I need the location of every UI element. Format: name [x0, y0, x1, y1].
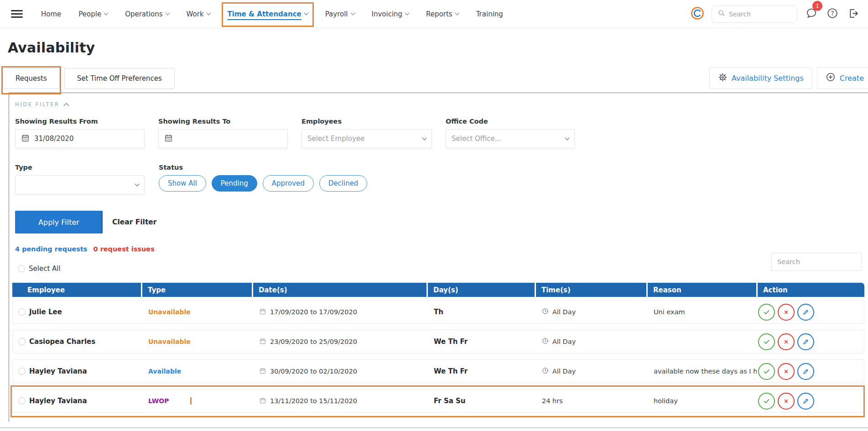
pencil-icon	[802, 367, 810, 375]
approve-button[interactable]	[758, 304, 775, 321]
status-label: Status	[159, 164, 367, 171]
status-pill-show-all[interactable]: Show All	[159, 175, 206, 192]
nav-item-payroll[interactable]: Payroll	[325, 10, 354, 18]
nav-item-operations[interactable]: Operations	[125, 10, 169, 18]
nav-item-reports[interactable]: Reports	[426, 10, 459, 18]
x-icon	[782, 368, 790, 375]
gear-icon	[718, 73, 728, 84]
to-date-field[interactable]	[158, 129, 288, 148]
office-code-label: Office Code	[446, 118, 575, 125]
tab-set-time-off-preferences[interactable]: Set Time Off Preferences	[64, 68, 175, 89]
employee-name: Hayley Taviana	[29, 397, 87, 405]
column-header-time-s: Time(s)	[536, 283, 646, 297]
help-button[interactable]: ?	[826, 6, 839, 21]
chevron-up-icon	[63, 103, 69, 109]
tab-requests[interactable]: Requests	[3, 68, 60, 89]
select-all-radio[interactable]	[18, 265, 25, 272]
requests-table-section: 4 pending requests 0 request issues Sele…	[12, 245, 864, 413]
nav-item-label: Work	[187, 10, 204, 18]
column-header-type: Type	[142, 283, 252, 297]
nav-item-training[interactable]: Training	[476, 10, 503, 18]
decline-button[interactable]	[778, 333, 795, 350]
nav-item-invoicing[interactable]: Invoicing	[372, 10, 409, 18]
status-pill-approved[interactable]: Approved	[263, 175, 314, 192]
action-cell	[758, 393, 864, 410]
type-label: Unavailable	[148, 308, 191, 316]
calendar-icon	[259, 367, 266, 376]
nav-items: HomePeopleOperationsWorkTime & Attendanc…	[41, 10, 503, 18]
edit-button[interactable]	[797, 393, 814, 410]
employee-select[interactable]: Select Employee	[301, 129, 432, 148]
check-icon	[762, 397, 771, 405]
messages-button[interactable]: 1	[805, 6, 818, 21]
to-date-label: Showing Results To	[158, 118, 288, 125]
status-pills: Show AllPendingApprovedDeclined	[159, 175, 367, 192]
clear-filter-button[interactable]: Clear Filter	[112, 218, 156, 226]
nav-item-home[interactable]: Home	[41, 10, 61, 18]
edit-button[interactable]	[797, 363, 814, 380]
x-icon	[782, 308, 790, 316]
days-value: We Th Fr	[434, 367, 468, 375]
type-label: Type	[15, 164, 145, 171]
employee-name: Hayley Taviana	[29, 367, 87, 375]
row-select-radio[interactable]	[18, 368, 26, 375]
office-select-placeholder: Select Office...	[452, 135, 501, 143]
question-circle-icon: ?	[826, 7, 838, 19]
time-value: All Day	[552, 338, 576, 345]
approve-button[interactable]	[758, 393, 775, 410]
global-search-input[interactable]	[729, 10, 784, 18]
status-pill-pending[interactable]: Pending	[212, 175, 257, 192]
row-select-radio[interactable]	[18, 397, 26, 405]
calendar-icon	[164, 134, 173, 144]
chevron-down-icon	[405, 11, 410, 16]
nav-item-label: Invoicing	[372, 10, 403, 18]
decline-button[interactable]	[778, 393, 795, 410]
approve-button[interactable]	[758, 363, 775, 380]
chevron-down-icon	[422, 136, 427, 140]
column-header-reason: Reason	[648, 283, 756, 297]
decline-button[interactable]	[778, 363, 795, 380]
office-select[interactable]: Select Office...	[446, 129, 575, 148]
page-bottom-divider	[0, 427, 868, 428]
status-pill-declined[interactable]: Declined	[319, 175, 368, 192]
table-row: Hayley Taviana LWOP 13/11/2020 to 15/11/…	[12, 389, 864, 413]
row-select-radio[interactable]	[18, 338, 26, 345]
pencil-icon	[802, 397, 810, 405]
nav-item-people[interactable]: People	[78, 10, 108, 18]
type-select[interactable]	[15, 175, 145, 194]
create-button[interactable]: Create	[817, 67, 868, 89]
logout-button[interactable]	[847, 7, 860, 21]
page-title: Availability	[8, 40, 868, 56]
calendar-icon	[259, 338, 266, 346]
from-date-field[interactable]	[15, 129, 145, 148]
edit-button[interactable]	[797, 333, 814, 350]
approve-button[interactable]	[758, 333, 775, 350]
pending-count: 4 pending requests	[15, 245, 88, 253]
table-search-input[interactable]	[771, 253, 862, 271]
edit-button[interactable]	[797, 304, 814, 321]
type-cell: Unavailable	[143, 308, 252, 316]
chevron-down-icon	[565, 136, 570, 140]
select-all-control[interactable]: Select All	[18, 265, 61, 273]
hamburger-menu-icon[interactable]	[11, 8, 23, 20]
table-row: Hayley Taviana Available 30/09/2020 to 0…	[12, 359, 864, 383]
apply-filter-button[interactable]: Apply Filter	[15, 211, 103, 234]
date-range: 13/11/2020 to 15/11/2020	[270, 397, 357, 405]
from-date-input[interactable]	[34, 135, 139, 143]
days-value: Fr Sa Su	[434, 397, 466, 405]
nav-item-time-attendance[interactable]: Time & Attendance	[228, 10, 308, 18]
filter-actions: Apply Filter Clear Filter	[15, 211, 868, 234]
dates-cell: 30/09/2020 to 02/10/2020	[254, 367, 427, 376]
availability-settings-button[interactable]: Availability Settings	[709, 67, 812, 89]
chevron-down-icon	[165, 11, 170, 16]
filter-row-2: Type Status Show AllPendingApprovedDecli…	[15, 164, 868, 194]
row-select-radio[interactable]	[18, 308, 26, 316]
top-nav-bar: HomePeopleOperationsWorkTime & Attendanc…	[0, 0, 868, 28]
decline-button[interactable]	[778, 304, 795, 321]
to-date-input[interactable]	[177, 135, 282, 143]
nav-item-work[interactable]: Work	[187, 10, 210, 18]
search-icon	[717, 9, 725, 19]
hide-filter-toggle[interactable]: HIDE FILTER	[15, 101, 868, 108]
table-row: Julie Lee Unavailable 17/09/2020 to 17/0…	[12, 300, 864, 324]
time-cell: All Day	[536, 367, 647, 375]
